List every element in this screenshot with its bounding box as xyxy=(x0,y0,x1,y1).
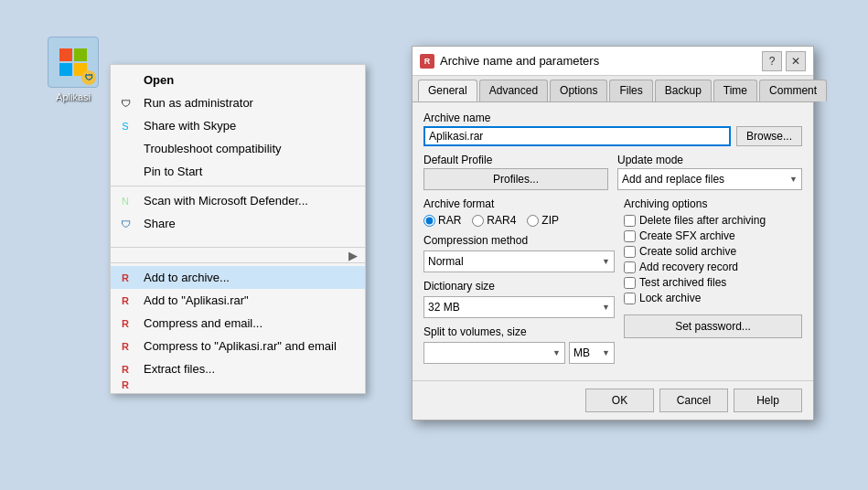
compression-method-label: Compression method xyxy=(423,234,615,247)
ctx-item-compress-email[interactable]: R Compress to "Aplikasi.rar" and email xyxy=(111,335,365,357)
ctx-item-share[interactable] xyxy=(111,235,365,244)
compression-method-section: Compression method Normal ▼ xyxy=(423,234,615,272)
winrar-icon-add: R xyxy=(118,293,133,308)
dialog-footer: OK Cancel Help xyxy=(413,380,813,420)
desktop-icon-aplikasi[interactable]: 🛡 Aplikasi xyxy=(37,37,110,102)
dictionary-size-section: Dictionary size 32 MB ▼ xyxy=(423,280,615,318)
ctx-item-pin-start[interactable]: Pin to Start xyxy=(111,160,365,183)
option-delete-files[interactable]: Delete files after archiving xyxy=(624,214,802,227)
winrar-icon-compress2: R xyxy=(118,362,133,377)
create-solid-checkbox[interactable] xyxy=(624,246,636,258)
dialog-content: Archive name Browse... Default Profile P… xyxy=(413,102,813,380)
dictionary-size-select[interactable]: 32 MB ▼ xyxy=(423,296,615,318)
compression-arrow-icon: ▼ xyxy=(602,257,610,266)
archive-name-label: Archive name xyxy=(423,112,802,124)
winrar-icon-extract: R xyxy=(118,378,133,392)
ctx-item-open[interactable]: Open xyxy=(111,69,365,91)
split-input[interactable]: ▼ xyxy=(423,342,565,364)
cancel-button[interactable]: Cancel xyxy=(659,389,728,412)
winrar-icon-compress: R xyxy=(118,339,133,354)
set-password-button[interactable]: Set password... xyxy=(624,314,802,338)
profiles-button[interactable]: Profiles... xyxy=(423,168,608,190)
update-mode-arrow-icon: ▼ xyxy=(789,175,798,184)
option-add-recovery[interactable]: Add recovery record xyxy=(624,261,802,273)
split-label: Split to volumes, size xyxy=(423,325,615,338)
option-test-archived[interactable]: Test archived files xyxy=(624,276,802,289)
winrar-icon-open: R xyxy=(118,271,133,285)
tab-general[interactable]: General xyxy=(418,80,477,101)
ctx-item-open-winrar[interactable]: R Add to archive... xyxy=(111,266,365,289)
format-zip-radio[interactable] xyxy=(527,215,539,227)
icon-label: Aplikasi xyxy=(56,91,91,102)
add-recovery-checkbox[interactable] xyxy=(624,261,636,273)
browse-button[interactable]: Browse... xyxy=(736,126,802,146)
dialog-title-buttons: ? ✕ xyxy=(762,51,806,71)
desktop: 🛡 Aplikasi Open 🛡 Run as administrator S… xyxy=(0,0,868,490)
profile-update-row: Default Profile Profiles... Update mode … xyxy=(423,154,802,190)
archive-name-row: Browse... xyxy=(423,126,802,146)
format-rar-radio[interactable] xyxy=(423,215,435,227)
ctx-item-give-access[interactable]: ▶ xyxy=(111,250,365,260)
format-rar4-radio[interactable] xyxy=(472,215,484,227)
ctx-item-scan-defender[interactable]: 🛡 Share xyxy=(111,212,365,235)
dialog-title-icon: R xyxy=(420,54,434,69)
svg-rect-0 xyxy=(59,48,72,61)
separator-1 xyxy=(111,186,365,186)
defender-icon: 🛡 xyxy=(118,217,133,231)
main-columns: Archive format RAR RAR4 xyxy=(423,197,802,371)
ok-button[interactable]: OK xyxy=(585,389,654,412)
dialog-titlebar: R Archive name and parameters ? ✕ xyxy=(413,47,813,76)
svg-rect-2 xyxy=(59,63,72,76)
delete-files-checkbox[interactable] xyxy=(624,215,636,227)
archive-format-label: Archive format xyxy=(423,197,615,210)
ctx-item-extract[interactable]: R xyxy=(111,380,365,389)
archive-format-section: Archive format RAR RAR4 xyxy=(423,197,615,227)
format-rar4-label[interactable]: RAR4 xyxy=(472,214,516,227)
icon-image: 🛡 xyxy=(48,37,99,88)
format-zip-label[interactable]: ZIP xyxy=(527,214,559,227)
ctx-item-run-as-admin[interactable]: 🛡 Run as administrator xyxy=(111,91,365,114)
tab-advanced[interactable]: Advanced xyxy=(479,80,548,101)
dictionary-size-label: Dictionary size xyxy=(423,280,615,293)
option-create-sfx[interactable]: Create SFX archive xyxy=(624,229,802,242)
ctx-item-edit-notepad[interactable]: N Scan with Microsoft Defender... xyxy=(111,189,365,212)
option-create-solid[interactable]: Create solid archive xyxy=(624,245,802,258)
dict-arrow-icon: ▼ xyxy=(602,303,610,312)
ctx-item-share-skype[interactable]: S Share with Skype xyxy=(111,114,365,137)
svg-rect-1 xyxy=(74,48,87,61)
compression-method-select[interactable]: Normal ▼ xyxy=(423,250,615,272)
separator-3 xyxy=(111,262,365,263)
ctx-item-add-archive[interactable]: R Add to "Aplikasi.rar" xyxy=(111,289,365,312)
tab-files[interactable]: Files xyxy=(609,80,652,101)
dialog-tabs: General Advanced Options Files Backup Ti… xyxy=(413,76,813,102)
ctx-item-troubleshoot[interactable]: Troubleshoot compatibility xyxy=(111,137,365,160)
default-profile-col: Default Profile Profiles... xyxy=(423,154,608,190)
ctx-item-compress-aplikasi-email[interactable]: R Extract files... xyxy=(111,357,365,380)
tab-comment[interactable]: Comment xyxy=(759,80,827,101)
help-title-button[interactable]: ? xyxy=(762,51,782,71)
split-arrow-icon: ▼ xyxy=(552,348,561,357)
close-title-button[interactable]: ✕ xyxy=(786,51,806,71)
shield-icon: 🛡 xyxy=(118,96,133,111)
test-archived-checkbox[interactable] xyxy=(624,277,636,289)
skype-icon: S xyxy=(118,119,133,133)
main-right-col: Archiving options Delete files after arc… xyxy=(624,197,802,371)
help-button[interactable]: Help xyxy=(734,389,802,412)
format-rar-label[interactable]: RAR xyxy=(423,214,461,227)
archive-name-input[interactable] xyxy=(423,126,731,146)
tab-backup[interactable]: Backup xyxy=(655,80,712,101)
split-unit-arrow-icon: ▼ xyxy=(602,348,610,357)
update-mode-label: Update mode xyxy=(617,154,802,166)
tab-options[interactable]: Options xyxy=(550,80,607,101)
separator-2 xyxy=(111,247,365,248)
lock-archive-checkbox[interactable] xyxy=(624,293,636,304)
shield-badge-icon: 🛡 xyxy=(81,70,96,85)
create-sfx-checkbox[interactable] xyxy=(624,230,636,242)
update-mode-select[interactable]: Add and replace files ▼ xyxy=(617,168,802,190)
main-left-col: Archive format RAR RAR4 xyxy=(423,197,615,371)
split-unit-select[interactable]: MB ▼ xyxy=(569,342,615,364)
option-lock-archive[interactable]: Lock archive xyxy=(624,292,802,304)
tab-time[interactable]: Time xyxy=(713,80,757,101)
context-menu: Open 🛡 Run as administrator S Share with… xyxy=(110,64,366,394)
ctx-item-add-aplikasi[interactable]: R Compress and email... xyxy=(111,312,365,335)
